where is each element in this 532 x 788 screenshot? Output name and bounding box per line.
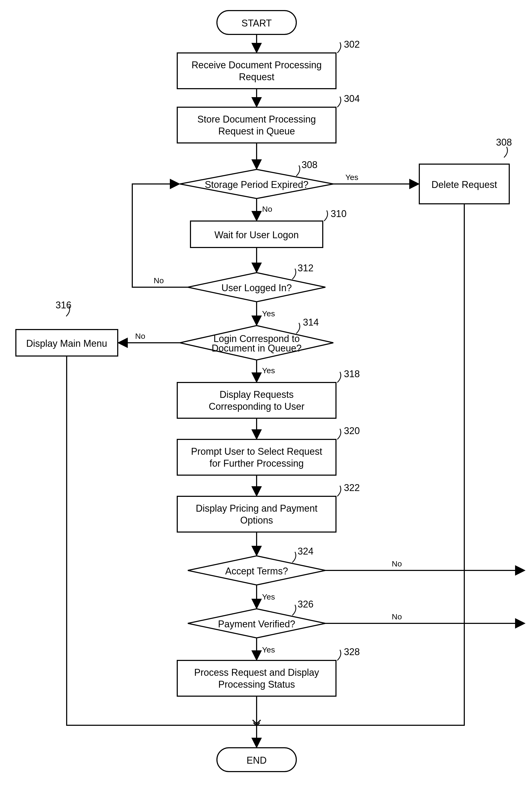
ref-d312: 312 xyxy=(298,262,313,273)
ref-328: 328 xyxy=(344,646,360,657)
box-b308-text: Delete Request xyxy=(431,179,497,190)
edge xyxy=(132,184,188,287)
decision-324-text: Accept Terms? xyxy=(225,566,288,576)
box-320 xyxy=(177,439,336,475)
box-304-line2: Request in Queue xyxy=(218,126,295,137)
decision-312-text: User Logged In? xyxy=(221,282,292,293)
ref-320: 320 xyxy=(344,426,360,436)
ref-tick xyxy=(504,147,507,157)
ref-d324: 324 xyxy=(298,546,313,557)
ref-tick xyxy=(292,605,296,615)
box-322-line1: Display Pricing and Payment xyxy=(196,503,318,514)
ref-318: 318 xyxy=(344,369,360,379)
box-320-line2: for Further Processing xyxy=(209,458,304,469)
decision-314-line2: Document in Queue? xyxy=(212,343,302,354)
box-318 xyxy=(177,382,336,418)
decision-326-text: Payment Verified? xyxy=(218,618,295,629)
box-310-text: Wait for User Logon xyxy=(214,230,299,240)
box-316-text: Display Main Menu xyxy=(26,338,107,349)
box-322-line2: Options xyxy=(240,515,273,526)
box-320-line1: Prompt User to Select Request xyxy=(191,446,322,457)
ref-tick xyxy=(337,486,341,496)
ref-302: 302 xyxy=(344,39,360,50)
ref-b308: 308 xyxy=(496,137,512,148)
box-328-line2: Processing Status xyxy=(218,679,295,690)
box-304 xyxy=(177,107,336,143)
box-322 xyxy=(177,496,336,532)
edge-label-no: No xyxy=(392,559,402,568)
edge-label-yes: Yes xyxy=(262,645,275,654)
edge-label-yes: Yes xyxy=(262,366,275,375)
ref-tick xyxy=(324,211,328,221)
decision-314-line1: Login Correspond to xyxy=(213,333,300,344)
ref-tick xyxy=(337,429,341,439)
ref-d314: 314 xyxy=(303,317,319,328)
edge-label-yes: Yes xyxy=(262,592,275,601)
box-302-line2: Request xyxy=(239,72,274,82)
ref-tick xyxy=(337,42,341,53)
ref-tick xyxy=(337,372,341,382)
ref-d326: 326 xyxy=(298,599,313,610)
start-label: START xyxy=(242,18,272,28)
ref-322: 322 xyxy=(344,482,360,493)
box-328-line1: Process Request and Display xyxy=(194,667,319,678)
box-302-line1: Receive Document Processing xyxy=(191,60,322,71)
box-318-line2: Corresponding to User xyxy=(209,401,305,412)
edge-label-no: No xyxy=(392,612,402,621)
ref-tick xyxy=(296,323,300,334)
ref-tick xyxy=(337,650,341,661)
ref-304: 304 xyxy=(344,93,360,104)
ref-d308: 308 xyxy=(302,159,318,170)
box-328 xyxy=(177,661,336,696)
edge-label-no: No xyxy=(135,332,145,340)
ref-316: 316 xyxy=(56,300,71,311)
ref-tick xyxy=(337,97,341,107)
edge-label-no: No xyxy=(262,204,272,213)
edge-label-yes: Yes xyxy=(346,173,359,182)
edge-label-no: No xyxy=(154,276,164,285)
box-302 xyxy=(177,53,336,89)
ref-tick xyxy=(292,269,296,279)
ref-310: 310 xyxy=(331,208,347,219)
box-304-line1: Store Document Processing xyxy=(197,114,316,125)
box-318-line1: Display Requests xyxy=(220,389,294,400)
ref-tick xyxy=(296,165,300,176)
edge-label-yes: Yes xyxy=(262,309,275,318)
ref-tick xyxy=(292,552,296,563)
decision-308-text: Storage Period Expired? xyxy=(205,179,308,190)
end-label: END xyxy=(247,755,267,766)
flowchart: START Receive Document Processing Reques… xyxy=(0,0,532,788)
